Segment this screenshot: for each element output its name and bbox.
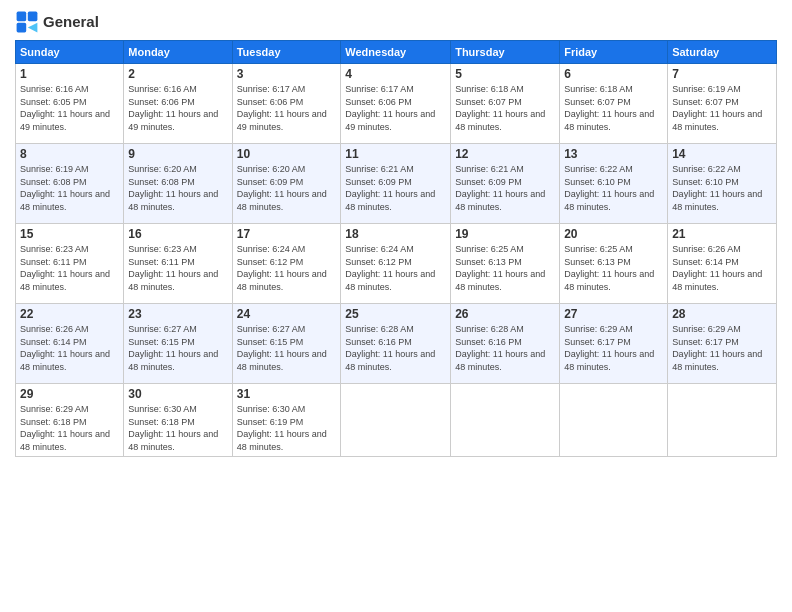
calendar-cell: 30 Sunrise: 6:30 AMSunset: 6:18 PMDaylig… [124,384,232,457]
logo-icon [15,10,39,34]
calendar-cell: 19 Sunrise: 6:25 AMSunset: 6:13 PMDaylig… [451,224,560,304]
calendar-cell: 6 Sunrise: 6:18 AMSunset: 6:07 PMDayligh… [560,64,668,144]
day-number: 13 [564,147,663,161]
day-info: Sunrise: 6:23 AMSunset: 6:11 PMDaylight:… [128,243,227,293]
day-info: Sunrise: 6:30 AMSunset: 6:19 PMDaylight:… [237,403,337,453]
day-info: Sunrise: 6:29 AMSunset: 6:17 PMDaylight:… [564,323,663,373]
day-number: 7 [672,67,772,81]
day-info: Sunrise: 6:18 AMSunset: 6:07 PMDaylight:… [564,83,663,133]
calendar-cell: 1 Sunrise: 6:16 AMSunset: 6:05 PMDayligh… [16,64,124,144]
calendar-cell: 24 Sunrise: 6:27 AMSunset: 6:15 PMDaylig… [232,304,341,384]
weekday-header-tuesday: Tuesday [232,41,341,64]
day-info: Sunrise: 6:29 AMSunset: 6:18 PMDaylight:… [20,403,119,453]
calendar-cell: 26 Sunrise: 6:28 AMSunset: 6:16 PMDaylig… [451,304,560,384]
day-info: Sunrise: 6:21 AMSunset: 6:09 PMDaylight:… [455,163,555,213]
day-number: 11 [345,147,446,161]
calendar-cell: 12 Sunrise: 6:21 AMSunset: 6:09 PMDaylig… [451,144,560,224]
calendar-cell: 4 Sunrise: 6:17 AMSunset: 6:06 PMDayligh… [341,64,451,144]
day-info: Sunrise: 6:30 AMSunset: 6:18 PMDaylight:… [128,403,227,453]
day-info: Sunrise: 6:24 AMSunset: 6:12 PMDaylight:… [345,243,446,293]
day-info: Sunrise: 6:22 AMSunset: 6:10 PMDaylight:… [672,163,772,213]
day-number: 24 [237,307,337,321]
day-number: 19 [455,227,555,241]
day-number: 30 [128,387,227,401]
day-info: Sunrise: 6:28 AMSunset: 6:16 PMDaylight:… [455,323,555,373]
day-info: Sunrise: 6:25 AMSunset: 6:13 PMDaylight:… [564,243,663,293]
day-info: Sunrise: 6:28 AMSunset: 6:16 PMDaylight:… [345,323,446,373]
logo-text: General [43,14,99,31]
calendar-cell: 15 Sunrise: 6:23 AMSunset: 6:11 PMDaylig… [16,224,124,304]
day-info: Sunrise: 6:17 AMSunset: 6:06 PMDaylight:… [345,83,446,133]
svg-rect-1 [28,12,38,22]
day-number: 29 [20,387,119,401]
day-number: 15 [20,227,119,241]
day-number: 3 [237,67,337,81]
day-info: Sunrise: 6:21 AMSunset: 6:09 PMDaylight:… [345,163,446,213]
day-number: 25 [345,307,446,321]
calendar-cell: 31 Sunrise: 6:30 AMSunset: 6:19 PMDaylig… [232,384,341,457]
calendar-cell: 14 Sunrise: 6:22 AMSunset: 6:10 PMDaylig… [668,144,777,224]
day-info: Sunrise: 6:27 AMSunset: 6:15 PMDaylight:… [237,323,337,373]
calendar-cell [668,384,777,457]
calendar-cell: 3 Sunrise: 6:17 AMSunset: 6:06 PMDayligh… [232,64,341,144]
weekday-header-wednesday: Wednesday [341,41,451,64]
day-number: 26 [455,307,555,321]
weekday-header-thursday: Thursday [451,41,560,64]
day-number: 2 [128,67,227,81]
calendar-cell [451,384,560,457]
day-number: 17 [237,227,337,241]
page: General SundayMondayTuesdayWednesdayThur… [0,0,792,612]
day-number: 20 [564,227,663,241]
svg-marker-3 [28,23,38,33]
calendar-cell: 18 Sunrise: 6:24 AMSunset: 6:12 PMDaylig… [341,224,451,304]
calendar-cell: 8 Sunrise: 6:19 AMSunset: 6:08 PMDayligh… [16,144,124,224]
weekday-header-saturday: Saturday [668,41,777,64]
svg-rect-2 [17,23,27,33]
day-number: 27 [564,307,663,321]
weekday-header-sunday: Sunday [16,41,124,64]
day-info: Sunrise: 6:19 AMSunset: 6:07 PMDaylight:… [672,83,772,133]
weekday-header-row: SundayMondayTuesdayWednesdayThursdayFrid… [16,41,777,64]
calendar-cell: 9 Sunrise: 6:20 AMSunset: 6:08 PMDayligh… [124,144,232,224]
day-number: 14 [672,147,772,161]
calendar-cell: 20 Sunrise: 6:25 AMSunset: 6:13 PMDaylig… [560,224,668,304]
calendar-week-5: 29 Sunrise: 6:29 AMSunset: 6:18 PMDaylig… [16,384,777,457]
calendar-week-2: 8 Sunrise: 6:19 AMSunset: 6:08 PMDayligh… [16,144,777,224]
calendar-cell: 17 Sunrise: 6:24 AMSunset: 6:12 PMDaylig… [232,224,341,304]
day-number: 28 [672,307,772,321]
day-number: 16 [128,227,227,241]
day-info: Sunrise: 6:16 AMSunset: 6:05 PMDaylight:… [20,83,119,133]
day-number: 5 [455,67,555,81]
calendar-week-3: 15 Sunrise: 6:23 AMSunset: 6:11 PMDaylig… [16,224,777,304]
calendar-cell: 28 Sunrise: 6:29 AMSunset: 6:17 PMDaylig… [668,304,777,384]
logo: General [15,10,99,34]
calendar-cell: 7 Sunrise: 6:19 AMSunset: 6:07 PMDayligh… [668,64,777,144]
calendar-week-1: 1 Sunrise: 6:16 AMSunset: 6:05 PMDayligh… [16,64,777,144]
day-number: 8 [20,147,119,161]
day-info: Sunrise: 6:20 AMSunset: 6:09 PMDaylight:… [237,163,337,213]
day-info: Sunrise: 6:29 AMSunset: 6:17 PMDaylight:… [672,323,772,373]
day-number: 12 [455,147,555,161]
weekday-header-monday: Monday [124,41,232,64]
day-number: 6 [564,67,663,81]
calendar-cell [341,384,451,457]
day-number: 18 [345,227,446,241]
calendar-cell: 2 Sunrise: 6:16 AMSunset: 6:06 PMDayligh… [124,64,232,144]
calendar-cell: 5 Sunrise: 6:18 AMSunset: 6:07 PMDayligh… [451,64,560,144]
day-info: Sunrise: 6:26 AMSunset: 6:14 PMDaylight:… [20,323,119,373]
day-info: Sunrise: 6:23 AMSunset: 6:11 PMDaylight:… [20,243,119,293]
day-number: 31 [237,387,337,401]
calendar-cell: 13 Sunrise: 6:22 AMSunset: 6:10 PMDaylig… [560,144,668,224]
calendar-cell: 16 Sunrise: 6:23 AMSunset: 6:11 PMDaylig… [124,224,232,304]
day-info: Sunrise: 6:26 AMSunset: 6:14 PMDaylight:… [672,243,772,293]
calendar-cell [560,384,668,457]
day-number: 21 [672,227,772,241]
calendar-cell: 29 Sunrise: 6:29 AMSunset: 6:18 PMDaylig… [16,384,124,457]
calendar-cell: 27 Sunrise: 6:29 AMSunset: 6:17 PMDaylig… [560,304,668,384]
day-info: Sunrise: 6:18 AMSunset: 6:07 PMDaylight:… [455,83,555,133]
calendar-cell: 23 Sunrise: 6:27 AMSunset: 6:15 PMDaylig… [124,304,232,384]
day-info: Sunrise: 6:19 AMSunset: 6:08 PMDaylight:… [20,163,119,213]
day-number: 1 [20,67,119,81]
day-info: Sunrise: 6:24 AMSunset: 6:12 PMDaylight:… [237,243,337,293]
calendar-cell: 21 Sunrise: 6:26 AMSunset: 6:14 PMDaylig… [668,224,777,304]
